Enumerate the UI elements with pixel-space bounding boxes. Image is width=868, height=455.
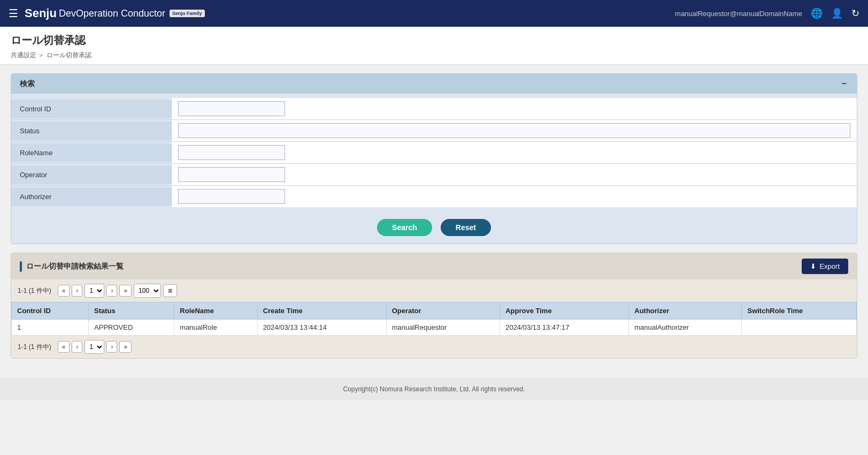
control-id-input[interactable]: [178, 101, 285, 116]
cell-rolename: manualRole: [174, 320, 257, 336]
input-area-authorizer: [172, 186, 857, 207]
search-row-status: Status: [11, 120, 857, 142]
label-control-id: Control ID: [11, 100, 172, 118]
logo: Senju DevOperation Conductor Senju Famil…: [25, 6, 205, 20]
refresh-icon[interactable]: ↻: [851, 7, 859, 19]
col-header-operator: Operator: [386, 302, 500, 320]
pagination-last-bottom[interactable]: »: [119, 341, 132, 353]
table-body: 1 APPROVED manualRole 2024/03/13 13:44:1…: [12, 320, 857, 336]
col-header-switchrole-time: SwitchRole Time: [742, 302, 857, 320]
pagination-page-select-bottom[interactable]: 1: [85, 340, 104, 354]
search-row-authorizer: Authorizer: [11, 186, 857, 207]
search-buttons: Search Reset: [11, 211, 857, 244]
header-username: manualRequestor@manualDomainName: [675, 10, 802, 18]
globe-icon[interactable]: 🌐: [811, 7, 823, 19]
rolename-input[interactable]: [178, 145, 285, 160]
search-row-control-id: Control ID: [11, 98, 857, 120]
pagination-top: 1-1 (1 件中) « ‹ 1 › » 100 10 25 50 ≡: [11, 279, 857, 302]
search-row-rolename: RoleName: [11, 142, 857, 164]
data-table: Control ID Status RoleName Create Time O…: [11, 302, 857, 336]
pagination-next-bottom[interactable]: ›: [106, 341, 117, 353]
table-header-row: Control ID Status RoleName Create Time O…: [12, 302, 857, 320]
col-header-create-time: Create Time: [257, 302, 386, 320]
breadcrumb: 共通設定 ＞ ロール切替承認: [11, 51, 857, 64]
footer: Copyright(c) Nomura Research Institute, …: [0, 378, 868, 400]
reset-button[interactable]: Reset: [441, 219, 491, 236]
label-status: Status: [11, 122, 172, 140]
operator-input[interactable]: [178, 167, 285, 182]
logo-text: DevOperation Conductor: [59, 8, 165, 19]
pagination-cols-button-top[interactable]: ≡: [163, 284, 177, 297]
search-body: Control ID Status RoleName: [11, 94, 857, 211]
header: ☰ Senju DevOperation Conductor Senju Fam…: [0, 0, 868, 27]
search-button[interactable]: Search: [377, 219, 432, 236]
pagination-bottom: 1-1 (1 件中) « ‹ 1 › »: [11, 336, 857, 358]
logo-badge: Senju Family: [170, 10, 205, 17]
cell-create-time: 2024/03/13 13:44:14: [257, 320, 386, 336]
search-row-operator: Operator: [11, 164, 857, 186]
results-title-wrapper: ロール切替申請検索結果一覧: [20, 261, 124, 272]
cell-authorizer: manualAuthorizer: [629, 320, 742, 336]
col-header-status: Status: [89, 302, 174, 320]
results-title: ロール切替申請検索結果一覧: [26, 262, 124, 271]
menu-icon[interactable]: ☰: [9, 7, 18, 20]
logo-senju: Senju: [25, 6, 57, 20]
export-button[interactable]: ⬇ Export: [802, 259, 848, 274]
authorizer-input[interactable]: [178, 189, 285, 204]
export-label: Export: [819, 262, 840, 270]
results-section: ロール切替申請検索結果一覧 ⬇ Export 1-1 (1 件中) « ‹ 1 …: [11, 253, 857, 359]
cell-operator: manualRequestor: [386, 320, 500, 336]
results-header: ロール切替申請検索結果一覧 ⬇ Export: [11, 253, 857, 279]
input-area-status: [172, 120, 857, 141]
cell-approve-time: 2024/03/13 13:47:17: [500, 320, 629, 336]
cell-switchrole-time: [742, 320, 857, 336]
table-wrapper: Control ID Status RoleName Create Time O…: [11, 302, 857, 336]
col-header-rolename: RoleName: [174, 302, 257, 320]
pagination-info-top: 1-1 (1 件中): [18, 286, 51, 295]
pagination-rows-select-top[interactable]: 100 10 25 50: [134, 284, 161, 298]
pagination-first-top[interactable]: «: [58, 285, 70, 297]
label-rolename: RoleName: [11, 143, 172, 162]
search-title: 検索: [20, 79, 35, 89]
col-header-approve-time: Approve Time: [500, 302, 629, 320]
search-section: 検索 － Control ID Status RoleName: [11, 73, 857, 244]
main-content: 検索 － Control ID Status RoleName: [0, 65, 868, 367]
pagination-next-top[interactable]: ›: [106, 285, 117, 297]
results-title-bar: [20, 261, 22, 272]
input-area-operator: [172, 164, 857, 185]
export-icon: ⬇: [810, 262, 816, 270]
pagination-info-bottom: 1-1 (1 件中): [18, 343, 51, 352]
label-authorizer: Authorizer: [11, 187, 172, 206]
table-row[interactable]: 1 APPROVED manualRole 2024/03/13 13:44:1…: [12, 320, 857, 336]
page-title: ロール切替承認: [11, 33, 857, 48]
pagination-prev-top[interactable]: ‹: [72, 285, 82, 297]
search-header: 検索 －: [11, 74, 857, 94]
pagination-first-bottom[interactable]: «: [58, 341, 70, 353]
pagination-page-select-top[interactable]: 1: [85, 284, 104, 298]
status-input[interactable]: [178, 123, 850, 138]
label-operator: Operator: [11, 165, 172, 184]
input-area-rolename: [172, 142, 857, 163]
search-collapse-button[interactable]: －: [840, 78, 848, 89]
page-title-area: ロール切替承認 共通設定 ＞ ロール切替承認: [0, 27, 868, 65]
input-area-control-id: [172, 98, 857, 119]
cell-control-id: 1: [12, 320, 89, 336]
pagination-last-top[interactable]: »: [119, 285, 132, 297]
col-header-control-id: Control ID: [12, 302, 89, 320]
col-header-authorizer: Authorizer: [629, 302, 742, 320]
user-icon[interactable]: 👤: [831, 7, 843, 19]
cell-status: APPROVED: [89, 320, 174, 336]
footer-text: Copyright(c) Nomura Research Institute, …: [343, 385, 525, 393]
table-header: Control ID Status RoleName Create Time O…: [12, 302, 857, 320]
header-icons: 🌐 👤 ↻: [811, 7, 859, 19]
pagination-prev-bottom[interactable]: ‹: [72, 341, 82, 353]
